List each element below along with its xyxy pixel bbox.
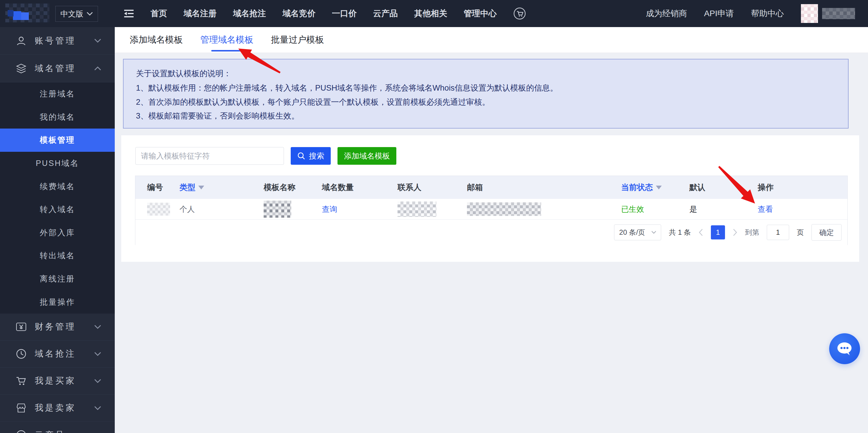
default-template-notice: 关于设置默认模板的说明： 1、默认模板作用：您的帐户注册域名，转入域名，PUSH… <box>123 59 848 128</box>
logo-pixel <box>8 10 13 17</box>
submenu-batch-operations[interactable]: 批量操作 <box>0 290 115 314</box>
goto-page-input[interactable] <box>767 225 789 240</box>
page-size-select[interactable]: 20 条/页 <box>614 224 661 240</box>
page-number-current[interactable]: 1 <box>711 225 725 240</box>
submenu-transfer-out[interactable]: 转出域名 <box>0 244 115 268</box>
sort-triangle-icon <box>656 186 662 189</box>
pagination: 20 条/页 共 1 条 1 到第 页 确定 <box>135 220 847 245</box>
submenu-transfer-in[interactable]: 转入域名 <box>0 198 115 221</box>
main-content: 添加域名模板 管理域名模板 批量过户模板 关于设置默认模板的说明： 1、默认模板… <box>115 27 868 433</box>
nav-cloud-products[interactable]: 云产品 <box>373 8 398 19</box>
sidebar-item-backorder[interactable]: 域名抢注 <box>0 341 115 368</box>
topbar-right: 成为经销商 API申请 帮助中心 <box>646 0 855 27</box>
tab-batch-transfer-template[interactable]: 批量过户模板 <box>271 27 324 53</box>
collapse-menu-icon[interactable] <box>124 9 134 18</box>
template-list-card: 搜索 添加域名模板 编号 类型 模板名称 域名数量 联系人 邮箱 当前状态 默认 <box>121 135 859 262</box>
main-nav: 首页 域名注册 域名抢注 域名竞价 一口价 云产品 其他相关 管理中心 <box>124 0 526 27</box>
notice-line: 1、默认模板作用：您的帐户注册域名，转入域名，PUSH域名等操作，系统会将域名W… <box>136 83 558 93</box>
submenu-push-domains[interactable]: PUSH域名 <box>0 152 115 175</box>
logo-pixel <box>21 12 29 20</box>
nav-buy-now[interactable]: 一口价 <box>332 8 356 19</box>
sidebar-item-label: 我是卖家 <box>35 402 94 414</box>
cart-icon <box>15 376 27 386</box>
chevron-down-icon <box>94 38 101 43</box>
search-button[interactable]: 搜索 <box>291 147 331 165</box>
template-table: 编号 类型 模板名称 域名数量 联系人 邮箱 当前状态 默认 操作 个人 <box>135 176 848 245</box>
submenu-renew-domains[interactable]: 续费域名 <box>0 175 115 198</box>
cloud-icon <box>15 430 27 433</box>
logo-pixel <box>13 11 21 20</box>
submenu-external-import[interactable]: 外部入库 <box>0 221 115 244</box>
contact-redacted <box>398 202 436 217</box>
submenu-template-mgmt[interactable]: 模板管理 <box>0 128 115 152</box>
chevron-down-icon <box>87 12 93 16</box>
chevron-up-icon <box>94 66 101 71</box>
chevron-down-icon <box>651 231 656 234</box>
sidebar-item-label: 域名管理 <box>35 63 94 74</box>
table-row: 个人 查询 已生效 是 查看 <box>135 199 847 220</box>
submenu-offline-register[interactable]: 离线注册 <box>0 268 115 290</box>
domain-submenu: 注册域名 我的域名 模板管理 PUSH域名 续费域名 转入域名 外部入库 转出域… <box>0 82 115 314</box>
template-type-cell: 个人 <box>168 204 252 214</box>
tab-add-template[interactable]: 添加域名模板 <box>129 27 183 53</box>
language-selector[interactable]: 中文版 <box>55 6 98 22</box>
default-cell: 是 <box>678 204 746 214</box>
col-header-id: 编号 <box>135 182 168 193</box>
goto-confirm-button[interactable]: 确定 <box>811 224 841 241</box>
tab-manage-template[interactable]: 管理域名模板 <box>200 27 254 53</box>
table-header-row: 编号 类型 模板名称 域名数量 联系人 邮箱 当前状态 默认 操作 <box>135 176 847 199</box>
sidebar-item-seller[interactable]: 我是卖家 <box>0 395 115 422</box>
view-action-link[interactable]: 查看 <box>758 205 773 214</box>
template-id-redacted <box>147 203 170 216</box>
submenu-register-domain[interactable]: 注册域名 <box>0 82 115 105</box>
sidebar-item-label: 财务管理 <box>35 321 94 333</box>
col-header-type[interactable]: 类型 <box>168 182 252 193</box>
domain-count-query-link[interactable]: 查询 <box>322 205 337 214</box>
help-center-link[interactable]: 帮助中心 <box>751 8 784 19</box>
chat-support-button[interactable] <box>829 333 860 364</box>
next-page-icon[interactable] <box>733 228 737 236</box>
username-redacted <box>822 8 855 19</box>
search-icon <box>297 152 305 160</box>
sidebar-item-cloud[interactable]: 云产品 <box>0 422 115 433</box>
sidebar-item-buyer[interactable]: 我是买家 <box>0 368 115 395</box>
total-count: 共 1 条 <box>669 228 691 237</box>
nav-domain-auction[interactable]: 域名竞价 <box>282 8 315 19</box>
site-logo[interactable] <box>5 3 50 22</box>
sidebar-item-label: 云产品 <box>35 429 101 433</box>
finance-icon <box>15 322 27 332</box>
sidebar-item-label: 我是买家 <box>35 375 94 387</box>
add-template-button[interactable]: 添加域名模板 <box>338 147 396 165</box>
submenu-my-domains[interactable]: 我的域名 <box>0 105 115 129</box>
user-account[interactable] <box>801 4 855 23</box>
search-input[interactable] <box>135 147 284 165</box>
user-icon <box>15 36 27 46</box>
nav-other[interactable]: 其他相关 <box>414 8 447 19</box>
nav-admin-center[interactable]: 管理中心 <box>464 8 497 19</box>
become-reseller-link[interactable]: 成为经销商 <box>646 8 687 19</box>
col-header-default: 默认 <box>678 182 746 193</box>
template-name-redacted <box>264 200 291 218</box>
active-tab-underline <box>211 50 243 52</box>
col-header-status[interactable]: 当前状态 <box>609 182 678 193</box>
sidebar-item-finance[interactable]: 财务管理 <box>0 314 115 341</box>
col-header-label: 类型 <box>180 182 195 193</box>
layers-icon <box>15 63 27 74</box>
api-apply-link[interactable]: API申请 <box>704 8 734 19</box>
sidebar-item-account[interactable]: 账号管理 <box>0 27 115 55</box>
col-header-label: 当前状态 <box>621 182 653 193</box>
status-badge: 已生效 <box>621 205 644 214</box>
email-redacted <box>467 203 541 216</box>
chevron-down-icon <box>94 352 101 356</box>
col-header-domain-count: 域名数量 <box>310 182 386 193</box>
chevron-down-icon <box>94 325 101 329</box>
sidebar-item-domain-mgmt[interactable]: 域名管理 <box>0 55 115 82</box>
nav-home[interactable]: 首页 <box>151 8 167 19</box>
prev-page-icon[interactable] <box>699 228 703 236</box>
nav-domain-register[interactable]: 域名注册 <box>184 8 217 19</box>
template-tabbar: 添加域名模板 管理域名模板 批量过户模板 <box>115 27 868 53</box>
cart-circle-icon[interactable] <box>513 7 526 20</box>
col-header-email: 邮箱 <box>455 182 609 193</box>
nav-domain-backorder[interactable]: 域名抢注 <box>233 8 266 19</box>
tab-label: 管理域名模板 <box>200 34 253 46</box>
